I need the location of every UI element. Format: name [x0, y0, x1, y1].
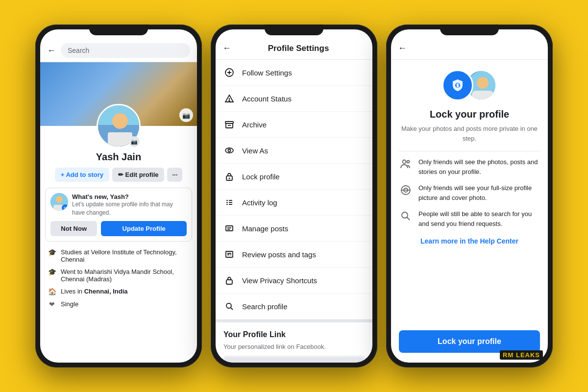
profile-name: Yash Jain — [47, 151, 190, 163]
info-text-status: Single — [61, 300, 78, 308]
watermark: RM LEAKS — [500, 350, 543, 360]
settings-title: Profile Settings — [231, 44, 366, 53]
svg-rect-32 — [226, 280, 232, 284]
settings-item-manage[interactable]: Manage posts — [216, 216, 372, 242]
edit-profile-button[interactable]: ✏ Edit profile — [112, 168, 165, 182]
activity-log-icon — [223, 196, 235, 208]
phone-3-screen: ← — [391, 29, 548, 363]
settings-item-lock[interactable]: Lock profile — [216, 164, 372, 190]
profile-avatar-wrap: 📷 — [97, 104, 141, 148]
lock-feature-3: People will still be able to search for … — [399, 209, 540, 228]
info-text-location: Lives in Chennai, India — [61, 288, 128, 295]
lock-divider-1 — [399, 151, 540, 151]
settings-item-search[interactable]: Search profile — [216, 294, 372, 319]
lock-title: Lock your profile — [399, 109, 540, 120]
settings-item-follow[interactable]: Follow Settings — [216, 60, 372, 86]
education-icon-2: 🎓 — [47, 268, 57, 276]
follow-settings-icon — [223, 67, 235, 78]
watermark-text: RM LEAKS — [503, 351, 540, 359]
search-bar[interactable]: Search — [61, 43, 190, 58]
svg-rect-25 — [226, 226, 233, 231]
help-center-link[interactable]: Learn more in the Help Center — [399, 237, 540, 245]
photo-privacy-icon — [399, 183, 413, 197]
lock-shield-avatar — [442, 70, 473, 101]
svg-point-46 — [402, 212, 408, 218]
search-still-icon — [399, 209, 413, 223]
lock-back-arrow[interactable]: ← — [398, 43, 407, 53]
account-status-icon — [223, 93, 235, 104]
phone-2: ← Profile Settings Follow Settings — [211, 24, 377, 368]
lock-subtitle: Make your photos and posts more private … — [399, 124, 540, 143]
add-story-button[interactable]: + Add to story — [55, 168, 109, 182]
phones-container: ← Search 📷 📷 — [25, 10, 563, 382]
settings-item-privacy[interactable]: View Privacy Shortcuts — [216, 268, 372, 294]
review-posts-label: Review posts and tags — [242, 250, 316, 259]
svg-point-42 — [407, 161, 410, 163]
cover-camera-icon[interactable]: 📷 — [179, 108, 193, 122]
whats-new-top: ✏ What's new, Yash? Let's update some pr… — [50, 193, 187, 217]
review-posts-icon — [223, 248, 235, 260]
lock-feature-text-1: Only friends will see the photos, posts … — [418, 157, 540, 176]
phone-notch-1 — [89, 24, 148, 35]
svg-rect-28 — [226, 251, 233, 257]
svg-point-39 — [477, 77, 489, 89]
heart-icon: ❤ — [47, 300, 57, 308]
info-list: 🎓 Studies at Vellore Institute of Techno… — [40, 246, 197, 310]
info-item-status: ❤ Single — [47, 300, 190, 308]
not-now-button[interactable]: Not Now — [50, 221, 97, 236]
info-text-study2: Went to Maharishi Vidya Mandir School, C… — [61, 268, 190, 283]
profile-link-subtitle: Your personalized link on Facebook. — [216, 342, 372, 356]
svg-point-18 — [229, 178, 230, 179]
settings-item-viewas[interactable]: View As — [216, 138, 372, 164]
svg-point-2 — [112, 113, 128, 129]
whats-new-buttons: Not Now Update Profile — [50, 221, 187, 236]
view-as-icon — [223, 145, 235, 156]
svg-line-34 — [231, 308, 233, 310]
friends-icon — [399, 157, 413, 171]
svg-rect-37 — [457, 83, 459, 85]
svg-point-41 — [403, 160, 406, 164]
mini-avatar: ✏ — [50, 193, 68, 211]
home-icon: 🏠 — [47, 288, 57, 295]
archive-icon — [223, 119, 235, 130]
info-item-study2: 🎓 Went to Maharishi Vidya Mandir School,… — [47, 268, 190, 283]
svg-point-15 — [225, 148, 233, 153]
info-item-location: 🏠 Lives in Chennai, India — [47, 288, 190, 295]
phone-1-screen: ← Search 📷 📷 — [40, 29, 197, 363]
whats-new-title: What's new, Yash? — [72, 193, 187, 200]
whats-new-subtitle: Let's update some profile info that may … — [72, 200, 187, 217]
view-as-label: View As — [242, 147, 268, 155]
back-arrow-icon[interactable]: ← — [47, 46, 56, 56]
settings-item-account[interactable]: Account Status — [216, 86, 372, 112]
svg-point-33 — [226, 303, 231, 308]
info-text-study1: Studies at Vellore Institute of Technolo… — [61, 248, 190, 263]
privacy-shortcuts-label: View Privacy Shortcuts — [242, 276, 317, 285]
lock-profile-button[interactable]: Lock your profile — [399, 330, 540, 353]
lock-profile-icon — [223, 171, 235, 182]
lock-profile-label: Lock profile — [242, 172, 280, 181]
search-profile-label: Search profile — [242, 302, 288, 311]
phone-notch-3 — [440, 24, 499, 35]
search-profile-icon — [223, 300, 235, 312]
info-item-study1: 🎓 Studies at Vellore Institute of Techno… — [47, 248, 190, 263]
settings-back-arrow[interactable]: ← — [222, 43, 231, 53]
more-options-button[interactable]: ··· — [167, 168, 182, 182]
svg-point-11 — [229, 100, 230, 101]
settings-item-activity[interactable]: Activity log — [216, 190, 372, 216]
update-badge-icon: ✏ — [62, 204, 68, 211]
update-profile-button[interactable]: Update Profile — [101, 221, 187, 236]
lock-feature-text-2: Only friends will see your full-size pro… — [418, 183, 540, 202]
svg-point-16 — [228, 149, 231, 152]
lock-body: Lock your profile Make your photos and p… — [391, 60, 548, 363]
svg-point-5 — [56, 196, 63, 203]
svg-rect-40 — [472, 91, 493, 101]
settings-item-archive[interactable]: Archive — [216, 112, 372, 138]
profile-link-blurred — [223, 356, 365, 363]
manage-posts-label: Manage posts — [242, 224, 288, 233]
avatar-camera-icon[interactable]: 📷 — [129, 136, 140, 147]
archive-label: Archive — [242, 121, 267, 129]
privacy-shortcuts-icon — [223, 274, 235, 286]
account-status-label: Account Status — [242, 95, 292, 103]
settings-item-review[interactable]: Review posts and tags — [216, 242, 372, 268]
settings-menu-list: Follow Settings Account Status — [216, 60, 372, 363]
